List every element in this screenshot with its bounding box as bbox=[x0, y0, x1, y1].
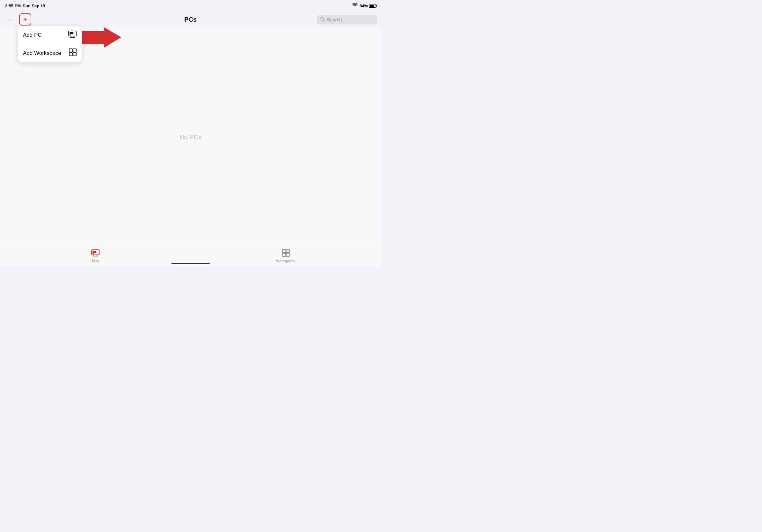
more-button[interactable]: ··· bbox=[4, 13, 16, 26]
date-display: Sun Sep 19 bbox=[23, 4, 45, 8]
more-icon: ··· bbox=[7, 16, 13, 23]
svg-rect-20 bbox=[282, 253, 286, 256]
workspace-icon bbox=[69, 48, 77, 58]
tab-workspaces[interactable]: Workspaces bbox=[190, 249, 381, 264]
svg-rect-9 bbox=[69, 53, 72, 56]
status-bar: 2:55 PM Sun Sep 19 84% bbox=[0, 0, 381, 12]
battery-percent: 84% bbox=[360, 4, 368, 8]
svg-rect-8 bbox=[73, 49, 76, 52]
pcs-tab-icon bbox=[91, 249, 100, 258]
svg-rect-21 bbox=[286, 253, 289, 256]
battery-bar bbox=[369, 4, 376, 8]
workspaces-tab-icon bbox=[282, 249, 290, 258]
add-icon: + bbox=[23, 15, 28, 24]
svg-rect-16 bbox=[93, 253, 94, 254]
page-title: PCs bbox=[185, 16, 197, 23]
svg-rect-17 bbox=[93, 251, 96, 253]
battery-container: 84% bbox=[360, 4, 376, 8]
add-button[interactable]: + bbox=[19, 13, 31, 26]
svg-rect-19 bbox=[286, 249, 289, 253]
add-pc-menu-item[interactable]: Add PC bbox=[18, 26, 82, 44]
workspaces-tab-label: Workspaces bbox=[276, 259, 295, 263]
add-workspace-menu-item[interactable]: Add Workspace bbox=[18, 44, 82, 62]
add-workspace-label: Add Workspace bbox=[23, 50, 61, 56]
wifi-icon bbox=[352, 3, 358, 9]
home-indicator bbox=[171, 263, 210, 264]
dropdown-menu: Add PC Add Workspace bbox=[18, 26, 82, 62]
pcs-tab-label: PCs bbox=[92, 259, 99, 263]
time-display: 2:55 PM bbox=[5, 4, 21, 8]
monitor-icon bbox=[68, 31, 77, 39]
svg-rect-10 bbox=[73, 53, 76, 56]
svg-rect-5 bbox=[70, 34, 71, 35]
status-left: 2:55 PM Sun Sep 19 bbox=[5, 4, 45, 8]
nav-bar: ··· + PCs Search bbox=[0, 12, 381, 28]
svg-rect-6 bbox=[70, 32, 73, 34]
add-pc-label: Add PC bbox=[23, 32, 42, 38]
svg-rect-18 bbox=[282, 249, 286, 253]
search-bar[interactable]: Search bbox=[317, 15, 377, 24]
battery-fill bbox=[369, 5, 374, 7]
status-right: 84% bbox=[352, 3, 376, 9]
tab-pcs[interactable]: PCs bbox=[0, 249, 190, 264]
svg-rect-7 bbox=[69, 49, 72, 52]
nav-left: ··· + bbox=[4, 13, 31, 26]
search-icon bbox=[320, 17, 325, 22]
search-placeholder: Search bbox=[327, 17, 342, 22]
